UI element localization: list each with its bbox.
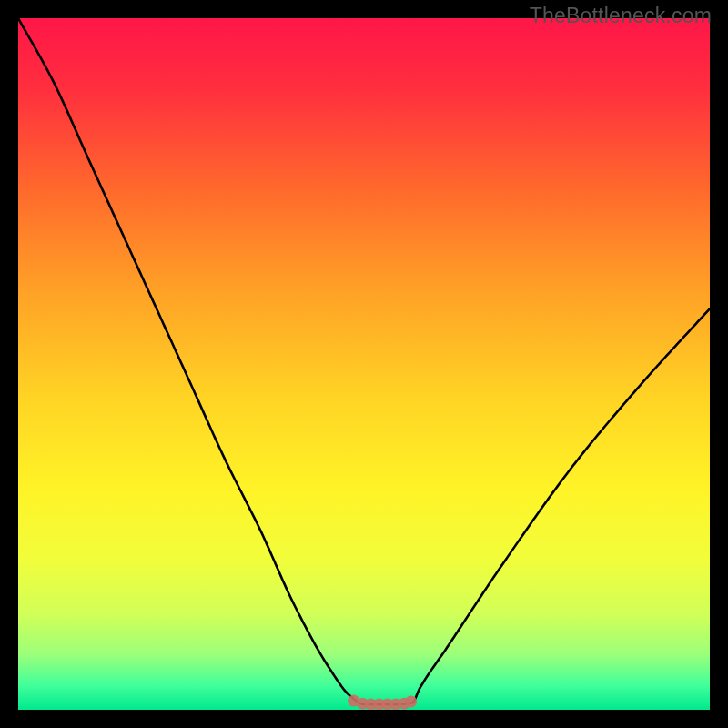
watermark-text: TheBottleneck.com [530, 4, 712, 28]
flat-marker [405, 695, 417, 707]
gradient-background [18, 18, 710, 710]
chart-frame: TheBottleneck.com [0, 0, 728, 728]
bottleneck-chart [18, 18, 710, 710]
